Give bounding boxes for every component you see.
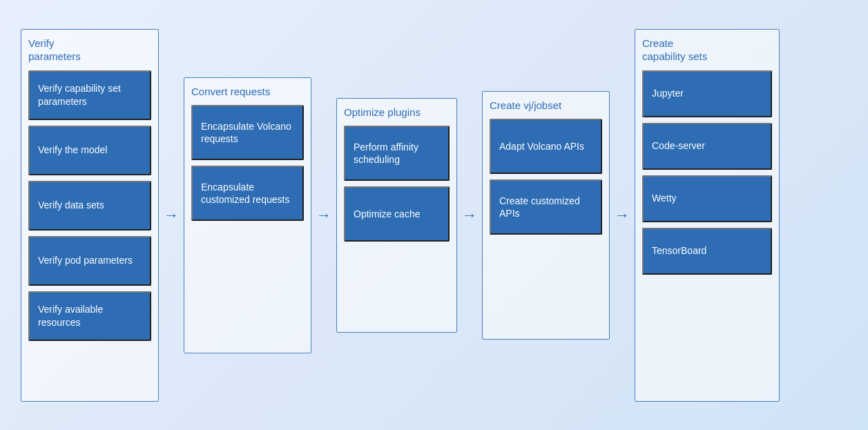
verify-pod-parameters-btn[interactable]: Verify pod parameters [28, 236, 151, 286]
arrow-4: → [610, 206, 635, 224]
arrow-1: → [159, 206, 184, 224]
verify-parameters-group: Verify parameters Verify capability set … [21, 29, 159, 402]
convert-requests-group: Convert requests Encapsulate Volcano req… [184, 77, 311, 353]
encapsulate-volcano-requests-btn[interactable]: Encapsulate Volcano requests [191, 105, 304, 160]
convert-requests-title: Convert requests [191, 85, 304, 99]
optimize-plugins-group: Optimize plugins Perform affinity schedu… [336, 98, 457, 333]
verify-parameters-title: Verify parameters [28, 37, 151, 63]
verify-available-resources-btn[interactable]: Verify available resources [28, 291, 151, 341]
tensorboard-btn[interactable]: TensorBoard [642, 228, 772, 275]
encapsulate-customized-requests-btn[interactable]: Encapsulate customized requests [191, 166, 304, 221]
create-capability-sets-group: Create capability sets Jupyter Code-serv… [635, 29, 780, 402]
perform-affinity-scheduling-btn[interactable]: Perform affinity scheduling [344, 126, 450, 181]
diagram: Verify parameters Verify capability set … [0, 0, 868, 430]
adapt-volcano-apis-btn[interactable]: Adapt Volcano APIs [490, 119, 602, 174]
arrow-3: → [457, 206, 482, 224]
code-server-btn[interactable]: Code-server [642, 123, 772, 170]
verify-the-model-btn[interactable]: Verify the model [28, 126, 151, 175]
optimize-cache-btn[interactable]: Optimize cache [344, 186, 450, 242]
jupyter-btn[interactable]: Jupyter [642, 70, 772, 117]
optimize-plugins-title: Optimize plugins [344, 106, 450, 119]
wetty-btn[interactable]: Wetty [642, 175, 772, 222]
create-customized-apis-btn[interactable]: Create customized APIs [490, 179, 602, 235]
create-vj-jobset-title: Create vj/jobset [490, 99, 602, 113]
verify-data-sets-btn[interactable]: Verify data sets [28, 181, 151, 231]
create-capability-sets-title: Create capability sets [642, 37, 772, 63]
arrow-2: → [311, 206, 336, 224]
verify-capability-set-parameters-btn[interactable]: Verify capability set parameters [28, 70, 151, 120]
create-vj-jobset-group: Create vj/jobset Adapt Volcano APIs Crea… [482, 91, 610, 340]
